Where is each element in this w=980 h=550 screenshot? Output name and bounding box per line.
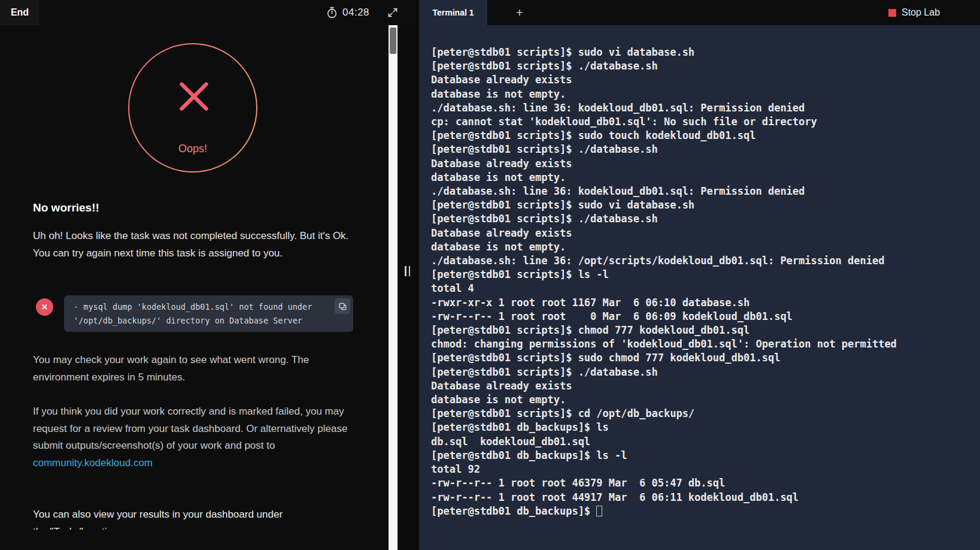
result-panel: Oops! No worries!! Uh oh! Looks like the…: [0, 25, 389, 550]
terminal-cursor: [596, 506, 602, 516]
stop-square-icon: [888, 9, 896, 17]
app-window: End 04:28 Terminal 1 +: [0, 0, 980, 550]
terminal-line: [peter@stdb01 scripts]$ ./database.sh: [431, 212, 980, 226]
terminal-line: ./database.sh: line 36: /opt/scripts/kod…: [431, 254, 980, 268]
error-line-2: '/opt/db_backups/' directory on Database…: [74, 314, 344, 328]
terminal-line: [peter@stdb01 scripts]$ ./database.sh: [431, 365, 980, 379]
terminal-line: database is not empty.: [431, 171, 980, 185]
copy-icon: [338, 302, 347, 311]
community-link[interactable]: community.kodekloud.com: [33, 457, 153, 469]
end-button[interactable]: End: [0, 0, 40, 25]
dashboard-note: You can also view your results in your d…: [33, 506, 359, 530]
plus-icon: +: [516, 5, 523, 20]
terminal-line: Database already exists: [431, 379, 980, 393]
stop-lab-label: Stop Lab: [902, 7, 940, 18]
terminal-line: -rw-r--r-- 1 root root 44917 Mar 6 06:11…: [431, 491, 980, 504]
terminal-line: [peter@stdb01 scripts]$ sudo vi database…: [431, 198, 980, 212]
terminal-line: -rwxr-xr-x 1 root root 1167 Mar 6 06:10 …: [431, 296, 980, 310]
terminal-line: ./database.sh: line 36: kodekloud_db01.s…: [431, 101, 980, 115]
terminal-line: chmod: changing permissions of 'kodeklou…: [431, 337, 980, 351]
terminal-line: database is not empty.: [431, 87, 980, 101]
error-line-1: - mysql dump 'kodekloud_db01.sql' not fo…: [74, 300, 344, 314]
left-panel-scrollbar[interactable]: [389, 25, 398, 550]
copy-button[interactable]: [335, 298, 350, 314]
stopwatch-icon: [326, 7, 338, 19]
scrollbar-thumb[interactable]: [390, 28, 396, 54]
review-message: If you think you did your work correctly…: [33, 403, 350, 472]
terminal-line: [peter@stdb01 scripts]$ sudo vi database…: [431, 46, 980, 59]
add-terminal-button[interactable]: +: [512, 4, 527, 22]
terminal-line: [peter@stdb01 scripts]$ ./database.sh: [431, 59, 980, 73]
terminal-line: Database already exists: [431, 226, 980, 240]
terminal-line: -rw-r--r-- 1 root root 46379 Mar 6 05:47…: [431, 476, 980, 490]
terminal-line: Database already exists: [431, 73, 980, 87]
error-badge-icon: ✕: [36, 298, 53, 316]
error-detail-box: - mysql dump 'kodekloud_db01.sql' not fo…: [64, 295, 353, 332]
terminal-line: [peter@stdb01 scripts]$ ls -l: [431, 268, 980, 282]
stop-lab-button[interactable]: Stop Lab: [888, 0, 940, 25]
terminal-line: database is not empty.: [431, 240, 980, 254]
result-heading: No worries!!: [33, 201, 99, 214]
check-work-message: You may check your work again to see wha…: [33, 352, 341, 386]
terminal-line: [peter@stdb01 scripts]$ sudo chmod 777 k…: [431, 351, 980, 365]
dashboard-note-line1: You can also view your results in your d…: [33, 506, 359, 523]
terminal-line: [peter@stdb01 db_backups]$ ls: [431, 421, 980, 434]
session-timer: 04:28: [326, 0, 369, 25]
terminal-line: ./database.sh: line 36: kodekloud_db01.s…: [431, 185, 980, 198]
top-bar: End 04:28 Terminal 1 +: [0, 0, 980, 25]
tab-terminal-1[interactable]: Terminal 1: [419, 0, 487, 25]
terminal-line: cp: cannot stat 'kodekloud_db01.sql': No…: [431, 115, 980, 129]
expand-icon[interactable]: [387, 7, 398, 18]
timer-value: 04:28: [342, 7, 369, 19]
terminal-line: db.sql kodekloud_db01.sql: [431, 435, 980, 449]
panel-divider: [398, 25, 419, 550]
terminal-line: [peter@stdb01 scripts]$ chmod 777 kodekl…: [431, 324, 980, 337]
review-message-text: If you think you did your work correctly…: [33, 406, 347, 451]
error-x-icon: [175, 77, 213, 116]
terminal-line: [peter@stdb01 scripts]$ sudo touch kodek…: [431, 129, 980, 143]
terminal-line: Database already exists: [431, 157, 980, 171]
terminal-output[interactable]: [peter@stdb01 scripts]$ sudo vi database…: [419, 25, 980, 550]
dashboard-note-line2-partial: the "Tasks" section.: [33, 523, 359, 530]
terminal-line: total 92: [431, 463, 980, 476]
terminal-line: [peter@stdb01 scripts]$ ./database.sh: [431, 143, 980, 156]
x-glyph: ✕: [41, 303, 48, 312]
end-button-label: End: [11, 7, 29, 18]
tab-terminal-1-label: Terminal 1: [433, 8, 474, 17]
oops-circle: Oops!: [128, 43, 257, 173]
oops-label: Oops!: [129, 143, 256, 155]
result-message: Uh oh! Looks like the task was not compl…: [33, 228, 359, 262]
terminal-line: database is not empty.: [431, 393, 980, 407]
resize-handle[interactable]: [405, 266, 410, 276]
terminal-line: [peter@stdb01 db_backups]$: [431, 504, 980, 518]
terminal-line: total 4: [431, 282, 980, 295]
terminal-line: -rw-r--r-- 1 root root 0 Mar 6 06:09 kod…: [431, 310, 980, 324]
terminal-line: [peter@stdb01 db_backups]$ ls -l: [431, 449, 980, 463]
terminal-line: [peter@stdb01 scripts]$ cd /opt/db_backu…: [431, 407, 980, 421]
